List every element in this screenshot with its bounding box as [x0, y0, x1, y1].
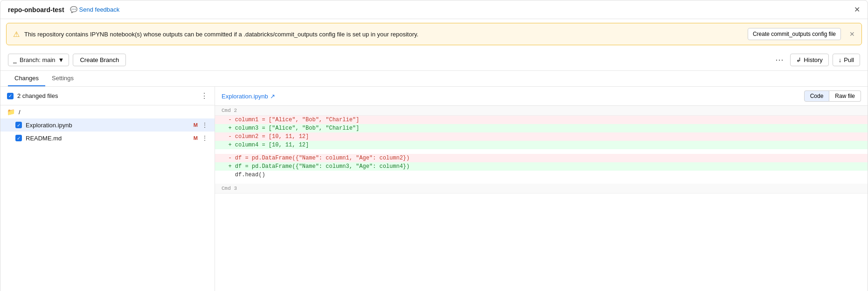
cmd3-label: Cmd 3	[215, 184, 868, 194]
file-item-exploration[interactable]: ✓ Exploration.ipynb M ⋮	[0, 118, 215, 132]
diff-area: Cmd 2 - column1 = ["Alice", "Bob", "Char…	[215, 106, 868, 208]
select-all-checkbox[interactable]: ✓	[7, 93, 14, 99]
file-link[interactable]: Exploration.ipynb ↗	[222, 93, 275, 100]
create-branch-button[interactable]: Create Branch	[73, 54, 126, 66]
diff-spacer-2	[215, 179, 868, 184]
pull-icon: ↓	[839, 56, 842, 63]
close-button[interactable]: ✕	[854, 5, 860, 14]
branch-label: Branch: main	[20, 56, 56, 63]
file-checkbox-readme[interactable]: ✓	[15, 135, 22, 141]
banner-close-button[interactable]: ✕	[849, 30, 855, 38]
history-label: History	[804, 56, 822, 63]
pull-label: Pull	[844, 56, 854, 63]
diff-spacer	[215, 149, 868, 154]
feedback-icon: 💬	[70, 6, 77, 13]
view-toggle: Code Raw file	[804, 90, 861, 102]
diff-line: - column1 = ["Alice", "Bob", "Charlie"]	[215, 116, 868, 124]
right-panel-header: Exploration.ipynb ↗ Code Raw file	[215, 87, 868, 106]
diff-line: - column2 = [10, 11, 12]	[215, 132, 868, 141]
send-feedback-link[interactable]: 💬 Send feedback	[70, 6, 120, 13]
toolbar-more-button[interactable]: ⋯	[772, 53, 786, 67]
repo-title: repo-onboard-test	[8, 6, 64, 14]
file-badge-readme: M	[194, 135, 198, 141]
main-content: ✓ 2 changed files ⋮ 📁 / ✓ Exploration.ip…	[0, 87, 868, 291]
left-header-more-button[interactable]: ⋮	[201, 91, 208, 100]
history-button[interactable]: ↲ History	[790, 54, 828, 66]
history-icon: ↲	[796, 56, 801, 63]
external-link-icon: ↗	[270, 93, 275, 100]
tab-settings[interactable]: Settings	[45, 71, 80, 86]
raw-file-button[interactable]: Raw file	[829, 90, 861, 102]
diff-line: + column4 = [10, 11, 12]	[215, 141, 868, 149]
file-badge-exploration: M	[194, 122, 198, 128]
diff-line: + column3 = ["Alice", "Bob", "Charlie"]	[215, 124, 868, 132]
main-window: repo-onboard-test 💬 Send feedback ✕ ⚠ Th…	[0, 0, 868, 291]
chevron-down-icon: ▼	[58, 56, 64, 63]
right-panel: Exploration.ipynb ↗ Code Raw file Cmd 2 …	[215, 87, 868, 291]
file-name-exploration: Exploration.ipynb	[26, 122, 190, 129]
banner-text: This repository contains IPYNB notebook(…	[24, 31, 743, 38]
file-name-readme: README.md	[26, 135, 190, 142]
cmd3-empty-area	[215, 194, 868, 208]
tab-bar: Changes Settings	[0, 71, 868, 87]
warning-icon: ⚠	[13, 30, 20, 39]
file-more-exploration[interactable]: ⋮	[201, 121, 208, 129]
changed-files-header: ✓ 2 changed files ⋮	[0, 87, 215, 105]
file-item-readme[interactable]: ✓ README.md M ⋮	[0, 132, 215, 145]
branch-selector[interactable]: ⎯ Branch: main ▼	[8, 54, 69, 66]
cmd2-label: Cmd 2	[215, 106, 868, 116]
warning-banner: ⚠ This repository contains IPYNB noteboo…	[6, 23, 862, 45]
tab-changes[interactable]: Changes	[8, 71, 45, 86]
changed-files-count: 2 changed files	[17, 92, 197, 99]
diff-line: + df = pd.DataFrame({"Name": column3, "A…	[215, 162, 868, 171]
code-view-button[interactable]: Code	[804, 90, 830, 102]
create-config-button[interactable]: Create commit_outputs config file	[748, 28, 841, 40]
pull-button[interactable]: ↓ Pull	[833, 54, 860, 66]
folder-icon: 📁	[7, 108, 15, 116]
diff-line: - df = pd.DataFrame({"Name": column1, "A…	[215, 154, 868, 162]
file-more-readme[interactable]: ⋮	[201, 134, 208, 142]
folder-name: /	[19, 109, 21, 116]
branch-icon: ⎯	[13, 56, 17, 63]
folder-item[interactable]: 📁 /	[0, 105, 215, 118]
toolbar: ⎯ Branch: main ▼ Create Branch ⋯ ↲ Histo…	[0, 49, 868, 71]
title-bar: repo-onboard-test 💬 Send feedback ✕	[0, 0, 868, 19]
left-panel: ✓ 2 changed files ⋮ 📁 / ✓ Exploration.ip…	[0, 87, 215, 291]
file-link-text: Exploration.ipynb	[222, 93, 268, 100]
file-checkbox-exploration[interactable]: ✓	[15, 122, 22, 128]
diff-line: df.head()	[215, 171, 868, 179]
toolbar-right: ⋯ ↲ History ↓ Pull	[772, 53, 860, 67]
